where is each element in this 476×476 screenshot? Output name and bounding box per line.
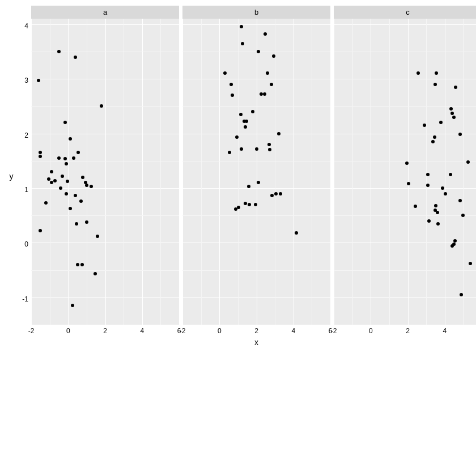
data-point	[435, 71, 438, 75]
data-point	[444, 192, 447, 196]
data-point	[57, 156, 61, 160]
data-point	[260, 92, 263, 96]
data-point	[450, 112, 454, 115]
facet-b: b-20246	[182, 6, 330, 336]
data-point	[407, 182, 410, 185]
x-axis-label: x	[31, 336, 476, 347]
data-point	[466, 160, 470, 164]
data-point	[244, 202, 247, 205]
plot-area	[31, 19, 179, 325]
data-point	[74, 194, 77, 197]
facet-a: a-20246	[31, 6, 179, 336]
data-point	[241, 42, 244, 45]
y-tick-label: 0	[24, 240, 28, 248]
data-point	[85, 184, 88, 187]
data-point	[72, 156, 75, 160]
data-point	[274, 192, 278, 196]
data-point	[65, 192, 68, 196]
data-point	[426, 184, 430, 187]
data-point	[96, 235, 99, 238]
data-point	[453, 239, 457, 243]
data-point	[469, 262, 472, 265]
data-point	[247, 185, 250, 188]
data-point	[245, 120, 248, 123]
x-tick-label: 2	[406, 327, 410, 335]
x-axis-ticks: -20246	[182, 325, 330, 336]
data-point	[277, 132, 280, 135]
data-point	[37, 79, 40, 82]
data-point	[434, 83, 437, 86]
data-point	[436, 222, 440, 226]
data-point	[458, 199, 462, 202]
data-point	[433, 135, 436, 139]
data-point	[266, 71, 269, 75]
data-point	[80, 263, 84, 266]
x-tick-label: 2	[254, 327, 258, 335]
x-tick-label: -2	[180, 327, 186, 335]
facet-strip-label: a	[31, 6, 179, 19]
data-point	[254, 203, 257, 206]
data-point	[270, 83, 273, 86]
data-point	[439, 121, 443, 124]
data-point	[39, 229, 42, 232]
y-axis-ticks: -101234	[17, 20, 31, 326]
x-tick-label: 0	[218, 327, 222, 335]
data-point	[441, 186, 444, 190]
data-point	[272, 54, 275, 58]
data-point	[69, 207, 72, 210]
x-axis-ticks: -20246	[31, 325, 179, 336]
y-tick-label: 4	[24, 22, 28, 30]
x-tick-label: 0	[369, 327, 373, 335]
x-tick-label: 4	[443, 327, 447, 335]
data-point	[66, 180, 69, 183]
facet-strip-label: b	[182, 6, 330, 19]
data-point	[267, 143, 271, 146]
data-point	[240, 147, 243, 151]
data-point	[94, 272, 97, 275]
data-point	[458, 133, 462, 136]
y-tick-label: 1	[24, 186, 28, 194]
data-point	[69, 137, 72, 141]
data-point	[223, 71, 227, 75]
faceted-scatter-chart: y -101234 a-20246b-20246c-20246 x	[6, 6, 476, 347]
data-point	[434, 204, 437, 207]
y-axis-label: y	[6, 6, 17, 347]
data-point	[405, 162, 409, 165]
data-point	[44, 201, 48, 205]
data-point	[414, 205, 417, 208]
y-tick-label: -1	[22, 295, 28, 303]
data-point	[461, 214, 465, 217]
data-point	[50, 170, 53, 173]
data-point	[251, 110, 254, 113]
data-point	[231, 94, 234, 97]
data-point	[76, 263, 79, 266]
data-point	[71, 304, 74, 307]
y-tick-label: 3	[24, 76, 28, 84]
x-tick-label: 4	[291, 327, 295, 335]
data-point	[63, 121, 67, 124]
x-tick-label: 4	[140, 327, 144, 335]
data-point	[228, 151, 231, 154]
data-point	[65, 162, 68, 165]
plot-area	[334, 19, 476, 325]
x-tick-label: 0	[66, 327, 70, 335]
data-point	[39, 151, 42, 154]
data-point	[426, 173, 430, 176]
data-point	[436, 211, 439, 214]
data-point	[50, 181, 53, 184]
data-point	[61, 175, 64, 178]
data-point	[53, 179, 57, 182]
data-point	[263, 92, 266, 96]
data-point	[79, 199, 83, 203]
data-point	[85, 220, 88, 224]
data-point	[235, 135, 239, 139]
data-point	[57, 50, 61, 53]
data-point	[59, 186, 62, 190]
data-point	[244, 125, 247, 129]
data-point	[248, 203, 251, 206]
data-point	[100, 104, 103, 108]
x-tick-label: 2	[103, 327, 107, 335]
data-point	[240, 25, 243, 28]
data-point	[423, 124, 426, 127]
data-point	[279, 192, 282, 196]
